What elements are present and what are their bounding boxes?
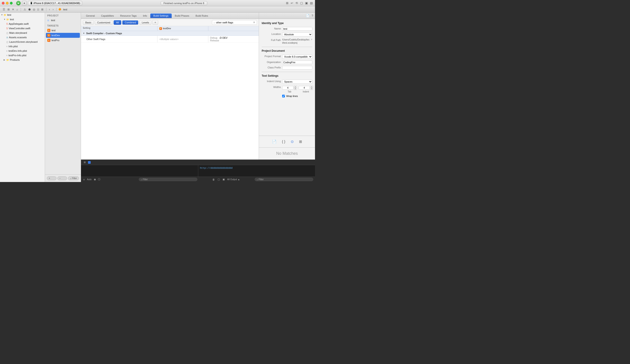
add-target-button[interactable]: + bbox=[47, 176, 56, 180]
nav-item-testdevinfo[interactable]: ≡ testDev-Info.plist bbox=[0, 48, 45, 53]
search-input[interactable] bbox=[216, 21, 252, 24]
maximize-button[interactable] bbox=[10, 2, 12, 4]
location-icon[interactable]: ◎ bbox=[32, 8, 36, 12]
inspector-code-icon[interactable]: { } bbox=[281, 139, 286, 145]
all-button[interactable]: All bbox=[114, 20, 121, 25]
bookmark-icon[interactable]: ⬟ bbox=[28, 8, 32, 12]
left-console-controls: ≡ Auto ◉ ⓘ bbox=[83, 177, 138, 182]
indent-stepper-up[interactable]: ▲ bbox=[310, 86, 313, 88]
section-disclosure-icon[interactable]: ▼ bbox=[83, 32, 85, 34]
collapse-btn[interactable]: ⊞ bbox=[83, 160, 86, 164]
panel-left-icon[interactable]: ▢ bbox=[300, 1, 303, 5]
inspector-doc-icon[interactable]: 📄 bbox=[271, 138, 278, 145]
combined-button[interactable]: Combined bbox=[122, 20, 138, 25]
nav-item-test-group[interactable]: ▼ 📁 test bbox=[0, 17, 45, 22]
project-item-testpro[interactable]: A testPro bbox=[45, 38, 81, 43]
console-eye-icon[interactable]: ◉ bbox=[94, 178, 96, 181]
minimize-button[interactable] bbox=[6, 2, 8, 4]
location-select[interactable]: Absolute Relative to Group Relative to P… bbox=[282, 32, 312, 36]
indent-width-input[interactable] bbox=[298, 86, 310, 90]
delete-icon[interactable]: ✕ bbox=[11, 8, 15, 12]
recent-icon[interactable]: ⌸ bbox=[36, 8, 40, 12]
tab-build-rules[interactable]: Build Rules bbox=[192, 14, 211, 18]
warning-icon[interactable]: ⚠ bbox=[23, 8, 27, 12]
tab-build-phases[interactable]: Build Phases bbox=[172, 14, 192, 18]
name-input[interactable] bbox=[282, 27, 312, 30]
new-file-icon[interactable]: ☰ bbox=[2, 8, 6, 12]
project-filter-input[interactable]: ⌕ Filter bbox=[68, 176, 79, 180]
bs-add-button[interactable]: + bbox=[152, 20, 158, 25]
trash-icon[interactable]: 🗑 bbox=[212, 178, 215, 181]
nav-item-testproinfo[interactable]: ≡ testPro-Info.plist bbox=[0, 53, 45, 58]
disclosure-products[interactable]: ▶ bbox=[4, 59, 6, 61]
panel-right-icon[interactable]: ▤ bbox=[310, 1, 313, 5]
project-doc-section-title: Project Document bbox=[262, 49, 312, 52]
class-prefix-input[interactable] bbox=[282, 66, 312, 70]
basic-button[interactable]: Basic bbox=[83, 20, 94, 25]
close-button[interactable] bbox=[2, 2, 4, 4]
share-icon[interactable]: ↩ bbox=[290, 1, 294, 5]
nav-item-launchscreen[interactable]: ◫ LaunchScreen.storyboard bbox=[0, 40, 45, 44]
search-clear-icon[interactable]: ✕ bbox=[253, 21, 256, 24]
hierarchy-icon[interactable]: ⊞ bbox=[40, 8, 44, 12]
right-filter-input[interactable]: ⌕ Filter bbox=[255, 178, 314, 181]
indent-using-select[interactable]: Spaces Tabs bbox=[282, 80, 312, 84]
content-row: General Capabilities Resource Tags Info bbox=[81, 12, 315, 160]
nav-item-root[interactable]: ▼ 📁 test bbox=[0, 12, 45, 17]
main-content: General Capabilities Resource Tags Info bbox=[81, 12, 259, 160]
add-file-icon[interactable]: ⊞ bbox=[6, 8, 10, 12]
wrap-lines-checkbox[interactable] bbox=[282, 95, 285, 98]
tab-resource-tags[interactable]: Resource Tags bbox=[117, 14, 140, 18]
bs-search-box[interactable]: ⌕ ✕ bbox=[212, 20, 257, 25]
run-button[interactable] bbox=[16, 1, 21, 6]
levels-button[interactable]: Levels bbox=[139, 20, 152, 25]
remove-target-button[interactable]: − bbox=[58, 176, 67, 180]
inspector-toolbar: 📄 ? bbox=[259, 12, 315, 19]
indent-using-row: Indent Using Spaces Tabs bbox=[262, 80, 312, 84]
nav-item-assets[interactable]: ⊞ Assets.xcassets bbox=[0, 35, 45, 40]
back-icon[interactable]: ‹ bbox=[48, 8, 51, 12]
console-info-icon[interactable]: ⓘ bbox=[98, 177, 101, 182]
project-format-select[interactable]: Xcode 8.0-compatible Xcode 3.2-compatibl… bbox=[282, 55, 312, 59]
inspector-help-icon[interactable]: ? bbox=[311, 14, 314, 18]
tab-general[interactable]: General bbox=[83, 14, 98, 18]
inspector-settings-icon[interactable]: ⊙ bbox=[290, 138, 294, 145]
nav-item-appdel[interactable]: S AppDelegate.swift bbox=[0, 22, 45, 26]
nav-item-products[interactable]: ▶ 📁 Products bbox=[0, 58, 45, 62]
fullpath-reveal-icon[interactable]: ↗ bbox=[310, 38, 312, 41]
scheme-selector[interactable]: 📱 iPhone 8 (E6ACC17...41-916AE58EB49B) bbox=[28, 1, 82, 6]
inspector-grid-icon[interactable]: ⊞ bbox=[298, 138, 303, 145]
class-prefix-label: Class Prefix bbox=[262, 66, 281, 69]
indent-stepper-down[interactable]: ▼ bbox=[310, 88, 313, 90]
panel-right-console-icon[interactable]: ▣ bbox=[222, 178, 225, 181]
tab-info[interactable]: Info bbox=[140, 14, 150, 18]
project-item-test[interactable]: ⊞ test bbox=[45, 18, 81, 23]
tab-build-settings[interactable]: Build Settings bbox=[150, 14, 172, 18]
auto-scroll-icon[interactable]: ≡ bbox=[83, 178, 85, 181]
panel-center-icon[interactable]: ▣ bbox=[305, 1, 308, 5]
disclosure-test[interactable]: ▼ bbox=[4, 18, 6, 20]
tab-capabilities[interactable]: Capabilities bbox=[98, 14, 117, 18]
tab-stepper-up[interactable]: ▲ bbox=[294, 86, 296, 88]
search-icon[interactable]: ⌕ bbox=[16, 8, 19, 12]
disclosure-root[interactable]: ▼ bbox=[1, 14, 4, 16]
nav-item-viewctrl[interactable]: S ViewController.swift bbox=[0, 26, 45, 30]
tab-stepper-down[interactable]: ▼ bbox=[294, 88, 296, 90]
organization-input[interactable] bbox=[282, 60, 312, 64]
swift-compiler-section[interactable]: ▼ Swift Compiler - Custom Flags bbox=[81, 31, 259, 36]
tab-width-input[interactable] bbox=[282, 86, 294, 90]
forward-icon[interactable]: › bbox=[52, 8, 54, 12]
location-row: Location Absolute Relative to Group Rela… bbox=[262, 32, 312, 36]
nav-item-mainstory[interactable]: ◫ Main.storyboard bbox=[0, 30, 45, 35]
view-toggle-icon[interactable]: ⊞ bbox=[286, 1, 289, 5]
project-item-testdev[interactable]: A testDev bbox=[46, 33, 80, 38]
customized-button[interactable]: Customized bbox=[95, 20, 113, 25]
left-filter-input[interactable]: ⌕ Filter bbox=[139, 178, 198, 181]
nav-item-infoplist[interactable]: ≡ Info.plist bbox=[0, 44, 45, 48]
inspector-file-icon[interactable]: 📄 bbox=[305, 14, 310, 18]
name-label: Name bbox=[262, 27, 281, 30]
stop-button[interactable] bbox=[22, 1, 26, 6]
panel-left-console-icon[interactable]: ▢ bbox=[217, 178, 220, 181]
breakpoint-icon[interactable]: ⟲ bbox=[295, 1, 298, 5]
project-item-test-target[interactable]: A test bbox=[45, 28, 81, 33]
